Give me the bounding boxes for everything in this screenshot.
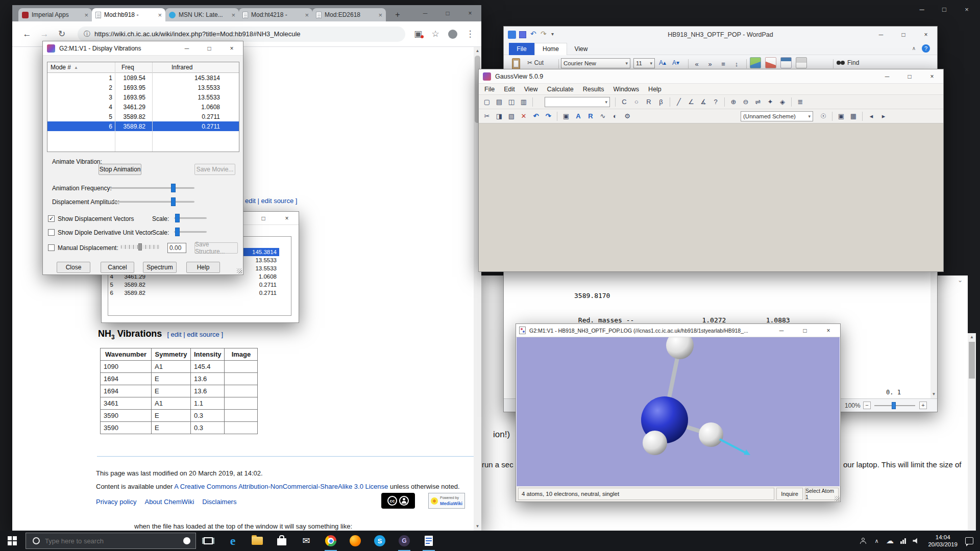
tab-msn[interactable]: MSN UK: Late... × (165, 8, 239, 21)
menu-edit[interactable]: Edit (499, 84, 520, 94)
blocked-plugin-icon[interactable]: ▣ (409, 29, 427, 39)
volume-icon[interactable] (910, 531, 923, 551)
decrease-indent-icon[interactable]: « (692, 59, 702, 69)
residue-list-icon[interactable]: R (585, 111, 596, 121)
tray-expand-icon[interactable]: ∧ (870, 531, 883, 551)
about-link[interactable]: About ChemWiki (144, 498, 194, 506)
table-row[interactable]: 53589.820.2711 (47, 112, 239, 121)
show-dipole-checkbox[interactable] (48, 229, 55, 236)
task-view-button[interactable] (196, 531, 220, 551)
close-icon[interactable]: × (459, 5, 481, 21)
cut-icon[interactable]: ✂ (482, 111, 492, 121)
restore-icon[interactable]: □ (933, 2, 955, 16)
address-bar[interactable]: ⓘ https://wiki.ch.ic.ac.uk/wiki/index.ph… (78, 27, 405, 42)
element-fragment-icon[interactable]: C (619, 97, 629, 107)
tab-file[interactable]: File (509, 43, 534, 55)
bond-tool-icon[interactable]: ╱ (674, 97, 684, 107)
ring-fragment-icon[interactable]: ○ (631, 97, 642, 107)
dihedral-tool-icon[interactable]: ∡ (698, 97, 708, 107)
menu-windows[interactable]: Windows (608, 84, 644, 94)
manual-displacement-input[interactable] (167, 243, 186, 253)
save-structure-button[interactable]: Save Structure... (194, 242, 238, 254)
help-button[interactable]: Help (186, 262, 220, 273)
displacement-amplitude-slider[interactable] (110, 197, 194, 206)
close-icon[interactable]: × (955, 2, 978, 16)
zoom-out-button[interactable]: − (863, 402, 871, 409)
fragment-combo[interactable]: ▾ (545, 97, 610, 107)
increase-indent-icon[interactable]: » (705, 59, 715, 69)
scroll-down-icon[interactable]: ▼ (474, 522, 481, 531)
tile-windows-icon[interactable]: ▦ (848, 111, 859, 121)
table-row[interactable]: 21693.9513.5533 (47, 83, 239, 92)
taskbar-store[interactable] (270, 531, 294, 551)
molecule-viewport[interactable] (517, 337, 840, 486)
taskbar-mail[interactable]: ✉ (294, 531, 318, 551)
resize-grip[interactable] (835, 496, 840, 501)
list-bullets-icon[interactable]: ≡ (718, 59, 728, 69)
close-icon[interactable]: × (275, 212, 299, 224)
globe-icon[interactable]: ☉ (818, 111, 828, 121)
collapse-ribbon-icon[interactable]: ∧ (912, 45, 916, 51)
maximize-icon[interactable]: □ (892, 27, 915, 43)
angle-tool-icon[interactable]: ∠ (686, 97, 696, 107)
forward-icon[interactable]: → (36, 29, 53, 39)
chrome-menu-icon[interactable]: ⋮ (461, 29, 479, 39)
menu-view[interactable]: View (520, 84, 543, 94)
inquire-tool-icon[interactable]: ? (710, 97, 721, 107)
redo-icon[interactable]: ↷ (543, 111, 553, 121)
minimize-icon[interactable]: ─ (870, 27, 892, 43)
disclaimers-link[interactable]: Disclaimers (202, 498, 236, 506)
zoom-in-button[interactable]: + (919, 402, 927, 409)
insert-picture-icon[interactable] (750, 57, 761, 68)
cc-license-badge[interactable]: cc (381, 493, 415, 509)
file-new-icon[interactable]: ▢ (482, 97, 492, 107)
network-icon[interactable] (896, 531, 910, 551)
tab-mod-hb918[interactable]: Mod:hb918 - × (92, 8, 165, 21)
show-displacement-vectors-checkbox[interactable]: ✓ (48, 215, 55, 222)
table-row[interactable]: 63589.820.2711 (108, 289, 291, 297)
help-icon[interactable]: ? (922, 44, 930, 53)
tab-close-icon[interactable]: × (84, 11, 88, 19)
atom-list-icon[interactable]: A (573, 111, 583, 121)
taskbar-search[interactable] (26, 533, 196, 549)
date-time-icon[interactable] (780, 57, 792, 68)
paste-icon[interactable]: ▧ (506, 111, 517, 121)
back-icon[interactable]: ◂ (866, 111, 876, 121)
r-group-fragment-icon[interactable]: R (644, 97, 654, 107)
view-list-icon[interactable]: ≣ (795, 97, 805, 107)
start-button[interactable] (0, 531, 24, 551)
tab-imperial-apps[interactable]: Imperial Apps × (18, 8, 92, 21)
delete-atom-icon[interactable]: ⊖ (741, 97, 751, 107)
settings-icon[interactable]: ⚙ (622, 111, 632, 121)
avatar[interactable] (444, 30, 461, 39)
taskbar-file-explorer[interactable] (245, 531, 270, 551)
maximize-icon[interactable]: □ (198, 41, 220, 56)
paint-drawing-icon[interactable] (765, 57, 776, 68)
bookmark-star-icon[interactable]: ☆ (427, 29, 444, 39)
back-icon[interactable]: ← (18, 29, 36, 39)
table-row[interactable]: 31693.9513.5533 (47, 92, 239, 102)
clean-structure-icon[interactable]: ✦ (765, 97, 775, 107)
table-row-selected[interactable]: 63589.820.2711 (47, 121, 239, 131)
table-row[interactable]: 11089.54145.3814 (47, 73, 239, 83)
page-info-icon[interactable]: ⓘ (84, 30, 90, 39)
onedrive-cloud-icon[interactable]: ☁ (883, 531, 896, 551)
cancel-button[interactable]: Cancel (101, 262, 134, 273)
zoom-slider-thumb[interactable] (892, 402, 896, 409)
taskbar-firefox[interactable] (343, 531, 368, 551)
close-icon[interactable]: × (817, 324, 840, 337)
mode-table[interactable]: Mode # ▲ Freq Infrared 11089.54145.3814 … (47, 62, 239, 152)
background-scrollbar[interactable]: ▲ (968, 333, 976, 531)
menu-results[interactable]: Results (578, 84, 609, 94)
save-movie-button[interactable]: Save Movie... (194, 164, 235, 175)
find-button[interactable]: Find (837, 59, 859, 66)
menu-file[interactable]: File (480, 84, 499, 94)
menu-calculate[interactable]: Calculate (543, 84, 578, 94)
manual-displacement-slider[interactable] (121, 242, 160, 251)
manual-displacement-checkbox[interactable] (48, 244, 55, 251)
new-tab-button[interactable]: + (391, 8, 404, 21)
scroll-up-icon[interactable]: ▲ (474, 47, 481, 55)
close-icon[interactable]: × (915, 27, 937, 43)
file-open-icon[interactable]: ▤ (494, 97, 504, 107)
line-spacing-icon[interactable]: ↕ (731, 59, 742, 69)
